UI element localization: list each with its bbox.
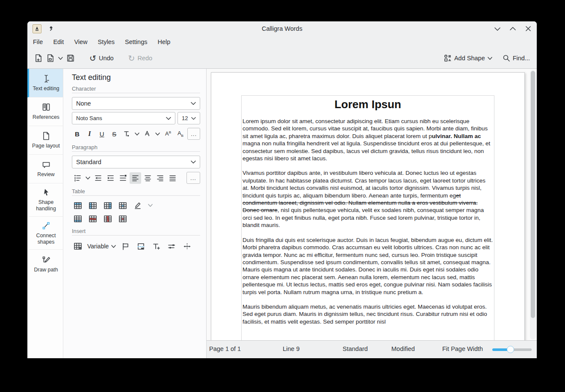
- tab-references[interactable]: References: [27, 97, 63, 126]
- undo-button[interactable]: ↺ Undo: [88, 51, 115, 65]
- new-document-button[interactable]: [33, 51, 44, 65]
- underline-button[interactable]: U: [97, 128, 107, 140]
- menu-file[interactable]: File: [33, 38, 43, 46]
- add-shape-button[interactable]: Add Shape: [442, 51, 494, 65]
- character-style-combo[interactable]: None: [72, 97, 200, 110]
- menu-edit[interactable]: Edit: [53, 38, 64, 46]
- paragraph[interactable]: Duis fringilla dui quis est scelerisque …: [243, 236, 493, 296]
- border-pen-button[interactable]: [132, 200, 143, 211]
- tab-connect-shapes[interactable]: Connect shapes: [27, 217, 63, 250]
- tab-page-layout[interactable]: Page layout: [27, 126, 63, 155]
- menu-styles[interactable]: Styles: [98, 38, 115, 46]
- text-run[interactable]: magna non nulla fringilla hendrerit vel …: [243, 140, 490, 162]
- insert-bookmark-button[interactable]: [120, 241, 131, 252]
- character-more-button[interactable]: ...: [187, 128, 200, 140]
- panel-title: Text editing: [72, 73, 200, 82]
- tab-review[interactable]: Review: [27, 155, 63, 183]
- text-run[interactable]: Mauris bibendum aliquam metus, ac venena…: [243, 304, 487, 325]
- paragraph[interactable]: Lorem ipsum dolor sit amet, consectetur …: [243, 118, 493, 162]
- menu-help[interactable]: Help: [157, 38, 171, 46]
- window-title: Calligra Words: [27, 25, 537, 32]
- align-center-button[interactable]: [142, 172, 154, 184]
- undo-icon: ↺: [89, 54, 96, 62]
- bold-button[interactable]: B: [72, 128, 83, 140]
- comment-bubble-icon: [41, 159, 51, 170]
- tab-text-editing[interactable]: Text editing: [27, 69, 63, 97]
- zoom-slider[interactable]: [492, 346, 532, 354]
- page-icon: [41, 131, 51, 141]
- line-indicator: Line 9: [283, 345, 300, 352]
- text-run[interactable]: Duis fringilla dui quis est scelerisque …: [243, 237, 493, 295]
- increase-indent-button[interactable]: [105, 172, 116, 184]
- open-recent-chevron[interactable]: [56, 51, 65, 65]
- menu-settings[interactable]: Settings: [124, 38, 148, 46]
- insert-column-left-button[interactable]: [87, 200, 98, 211]
- zoom-mode-label[interactable]: Fit Page Width: [442, 345, 483, 352]
- text-frame[interactable]: Lorem Ipsun Lorem ipsum dolor sit amet, …: [241, 95, 494, 340]
- insert-index-marker-button[interactable]: [166, 241, 177, 252]
- delete-column-button[interactable]: [102, 213, 113, 224]
- italic-button[interactable]: I: [84, 128, 95, 140]
- align-left-button[interactable]: [130, 172, 141, 184]
- paragraph[interactable]: Vivamus porttitor dapibus ante, in vesti…: [243, 169, 493, 229]
- arrow-cursor-icon: [41, 187, 51, 197]
- highlight-color-button[interactable]: [142, 128, 153, 140]
- chevron-down-icon: [166, 117, 171, 120]
- text-run[interactable]: ulvinar. Nullam ac: [432, 133, 481, 139]
- document-page[interactable]: Lorem Ipsun Lorem ipsum dolor sit amet, …: [211, 72, 525, 340]
- paragraph-style-combo[interactable]: Standard: [72, 156, 200, 168]
- split-cells-button[interactable]: [117, 200, 128, 211]
- font-family-combo[interactable]: Noto Sans: [72, 112, 175, 124]
- text-run[interactable]: , nisl quis pellentesque vehicula, velit…: [243, 207, 484, 228]
- delete-row-button[interactable]: [87, 213, 98, 224]
- draw-path-icon: [41, 255, 51, 265]
- style-indicator[interactable]: Standard: [343, 345, 368, 352]
- text-run[interactable]: Vivamus porttitor dapibus ante, in vesti…: [243, 170, 485, 198]
- insert-column-right-button[interactable]: [102, 200, 113, 211]
- find-button[interactable]: Find...: [501, 51, 532, 65]
- document-view[interactable]: Lorem Ipsun Lorem ipsum dolor sit amet, …: [207, 69, 537, 340]
- paragraph[interactable]: Mauris bibendum aliquam metus, ac venena…: [243, 303, 493, 325]
- insert-row-below-button[interactable]: [72, 213, 83, 224]
- subscript-button[interactable]: AB: [175, 128, 186, 140]
- highlight-color-chevron[interactable]: [154, 128, 161, 140]
- strikethrough-button[interactable]: S: [109, 128, 120, 140]
- superscript-button[interactable]: AB: [163, 128, 174, 140]
- page-indicator[interactable]: Page 1 of 1: [209, 345, 241, 352]
- border-pen-chevron[interactable]: [147, 200, 154, 211]
- redo-button[interactable]: ↻ Redo: [127, 51, 154, 65]
- insert-text-button[interactable]: [151, 241, 162, 252]
- font-size-combo[interactable]: 12: [177, 112, 200, 124]
- open-document-button[interactable]: [44, 51, 56, 65]
- tab-shape-handling[interactable]: Shape handling: [27, 183, 63, 217]
- menu-view[interactable]: View: [74, 38, 88, 46]
- insert-page-break-button[interactable]: [135, 241, 147, 252]
- document-title[interactable]: Lorem Ipsun: [243, 98, 493, 111]
- maximize-button[interactable]: [509, 24, 517, 33]
- scrollbar-thumb[interactable]: [531, 71, 535, 318]
- first-line-indent-button[interactable]: [117, 172, 129, 184]
- minimize-button[interactable]: [493, 24, 502, 33]
- add-shape-chevron: [488, 57, 492, 60]
- paragraph-more-button[interactable]: ...: [186, 172, 200, 184]
- list-style-button[interactable]: [72, 172, 83, 184]
- vertical-scrollbar[interactable]: [530, 70, 536, 339]
- decrease-indent-button[interactable]: [92, 172, 104, 184]
- list-style-chevron[interactable]: [84, 172, 92, 184]
- insert-table-button[interactable]: [72, 241, 83, 252]
- text-color-button[interactable]: [121, 128, 132, 140]
- close-button[interactable]: [524, 24, 532, 33]
- delete-cell-button[interactable]: [117, 213, 128, 224]
- text-cursor-icon: [41, 74, 51, 84]
- align-right-button[interactable]: [154, 172, 166, 184]
- tab-draw-path[interactable]: Draw path: [27, 250, 63, 278]
- save-button[interactable]: [65, 51, 77, 65]
- text-color-chevron[interactable]: [133, 128, 140, 140]
- tool-tabstrip: Text editing References Page layout Revi…: [27, 69, 63, 358]
- insert-break-options-button[interactable]: [181, 241, 193, 252]
- insert-variable-button[interactable]: Variable: [87, 239, 116, 253]
- insert-row-above-button[interactable]: [72, 200, 83, 211]
- align-justify-button[interactable]: [167, 172, 178, 184]
- zoom-slider-handle[interactable]: [507, 346, 514, 353]
- chevron-down-icon: [191, 160, 196, 164]
